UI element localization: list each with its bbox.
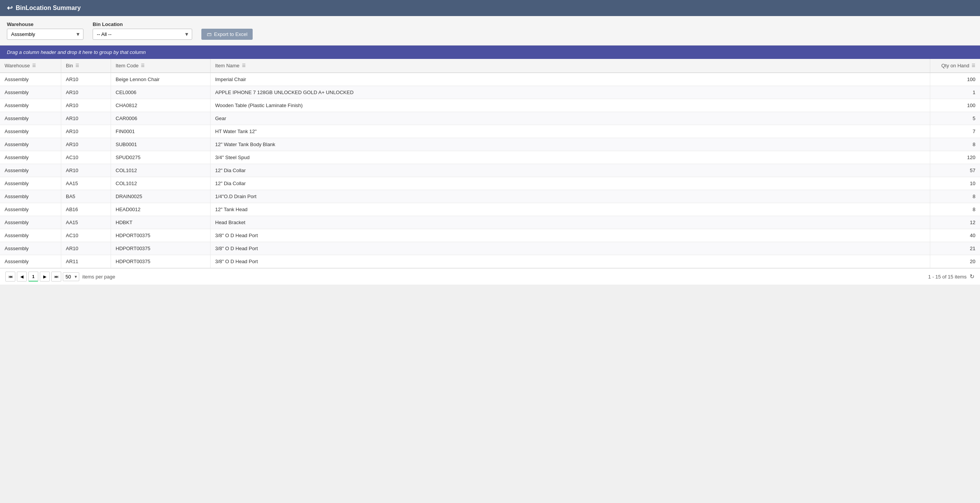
- cell-itemName: 12" Dia Collar: [211, 164, 930, 177]
- cell-bin: AA15: [61, 216, 111, 229]
- table-row: AsssemblyAR10FIN0001HT Water Tank 12"7: [0, 125, 980, 138]
- prev-page-button[interactable]: ◀: [17, 272, 27, 282]
- cell-itemName: 12" Water Tank Body Blank: [211, 138, 930, 151]
- warehouse-label: Warehouse: [7, 21, 83, 27]
- cell-bin: AR10: [61, 99, 111, 112]
- cell-qtyOnHand: 8: [930, 190, 980, 203]
- cell-qtyOnHand: 7: [930, 125, 980, 138]
- grid-header: Warehouse ☰ Bin ☰ Item Code ☰ Item Name …: [0, 59, 980, 73]
- cell-qtyOnHand: 8: [930, 203, 980, 216]
- pagination-right: 1 - 15 of 15 items ↻: [928, 273, 975, 280]
- cell-warehouse: Asssembly: [0, 177, 61, 190]
- cell-qtyOnHand: 10: [930, 177, 980, 190]
- cell-bin: AR10: [61, 125, 111, 138]
- back-icon[interactable]: ↩: [7, 4, 13, 12]
- current-page-button[interactable]: 1: [28, 272, 38, 282]
- cell-warehouse: Asssembly: [0, 86, 61, 99]
- col-header-item-name: Item Name ☰: [211, 59, 930, 72]
- cell-qtyOnHand: 20: [930, 255, 980, 268]
- cell-itemName: 12" Tank Head: [211, 203, 930, 216]
- cell-itemName: 3/4" Steel Spud: [211, 151, 930, 164]
- cell-warehouse: Asssembly: [0, 190, 61, 203]
- export-button-label: Export to Excel: [214, 31, 247, 37]
- table-row: AsssemblyAR10CEL0006APPLE IPHONE 7 128GB…: [0, 86, 980, 99]
- filter-icon-item-code[interactable]: ☰: [141, 63, 145, 68]
- export-to-excel-button[interactable]: 🗃 Export to Excel: [201, 29, 253, 40]
- cell-itemCode: HDBKT: [111, 216, 211, 229]
- table-row: AsssemblyAA15HDBKTHead Bracket12: [0, 216, 980, 229]
- toolbar: Warehouse Asssembly ▼ Bin Location -- Al…: [0, 16, 980, 46]
- cell-warehouse: Asssembly: [0, 242, 61, 255]
- filter-icon-qty-on-hand[interactable]: ☰: [972, 63, 975, 68]
- last-page-button[interactable]: ⏭: [51, 272, 61, 282]
- col-label-qty-on-hand: Qty on Hand: [941, 63, 969, 68]
- cell-bin: AA15: [61, 177, 111, 190]
- bin-location-select-wrapper: -- All -- ▼: [93, 29, 192, 40]
- pagination-left: ⏮ ◀ 1 ▶ ⏭ 50 ▼ items per page: [5, 272, 115, 282]
- cell-warehouse: Asssembly: [0, 73, 61, 86]
- cell-warehouse: Asssembly: [0, 229, 61, 242]
- grid-container: Drag a column header and drop it here to…: [0, 46, 980, 268]
- cell-bin: AR10: [61, 86, 111, 99]
- cell-warehouse: Asssembly: [0, 138, 61, 151]
- cell-bin: AC10: [61, 229, 111, 242]
- col-header-item-code: Item Code ☰: [111, 59, 211, 72]
- table-row: AsssemblyAR10COL101212" Dia Collar57: [0, 164, 980, 177]
- cell-qtyOnHand: 5: [930, 112, 980, 125]
- cell-itemCode: HDPORT00375: [111, 242, 211, 255]
- bin-location-select[interactable]: -- All --: [93, 29, 192, 40]
- cell-warehouse: Asssembly: [0, 125, 61, 138]
- cell-qtyOnHand: 57: [930, 164, 980, 177]
- title-bar: ↩ BinLocation Summary: [0, 0, 980, 16]
- table-row: AsssemblyAB16HEAD001212" Tank Head8: [0, 203, 980, 216]
- export-icon: 🗃: [207, 31, 212, 37]
- page-title: BinLocation Summary: [16, 5, 81, 11]
- cell-itemName: 12" Dia Collar: [211, 177, 930, 190]
- cell-warehouse: Asssembly: [0, 164, 61, 177]
- col-header-warehouse: Warehouse ☰: [0, 59, 61, 72]
- warehouse-select-wrapper: Asssembly ▼: [7, 29, 83, 40]
- cell-bin: AB16: [61, 203, 111, 216]
- cell-warehouse: Asssembly: [0, 216, 61, 229]
- table-row: AsssemblyAR10HDPORT003753/8" O D Head Po…: [0, 242, 980, 255]
- table-row: AsssemblyAR10Beige Lennon ChairImperial …: [0, 73, 980, 86]
- cell-bin: AR10: [61, 73, 111, 86]
- pagination-bar: ⏮ ◀ 1 ▶ ⏭ 50 ▼ items per page 1 - 15 of …: [0, 268, 980, 285]
- cell-itemName: APPLE IPHONE 7 128GB UNLOCKED GOLD A+ UN…: [211, 86, 930, 99]
- col-header-bin: Bin ☰: [61, 59, 111, 72]
- cell-itemName: Gear: [211, 112, 930, 125]
- cell-bin: AR10: [61, 138, 111, 151]
- first-page-button[interactable]: ⏮: [5, 272, 15, 282]
- cell-itemCode: CHA0812: [111, 99, 211, 112]
- items-per-page-label: items per page: [82, 274, 115, 280]
- cell-bin: AR11: [61, 255, 111, 268]
- warehouse-select[interactable]: Asssembly: [7, 29, 83, 40]
- cell-itemName: 3/8" O D Head Port: [211, 255, 930, 268]
- cell-bin: AR10: [61, 164, 111, 177]
- col-label-item-code: Item Code: [116, 63, 139, 68]
- pagination-summary: 1 - 15 of 15 items: [928, 274, 967, 280]
- cell-itemCode: HDPORT00375: [111, 229, 211, 242]
- cell-itemName: 3/8" O D Head Port: [211, 242, 930, 255]
- cell-qtyOnHand: 100: [930, 99, 980, 112]
- cell-itemCode: CAR0006: [111, 112, 211, 125]
- table-row: AsssemblyAR10CAR0006Gear5: [0, 112, 980, 125]
- cell-itemCode: SUB0001: [111, 138, 211, 151]
- cell-qtyOnHand: 12: [930, 216, 980, 229]
- col-label-item-name: Item Name: [215, 63, 240, 68]
- refresh-icon[interactable]: ↻: [970, 273, 975, 280]
- col-header-qty-on-hand: Qty on Hand ☰: [930, 59, 980, 72]
- bin-location-label: Bin Location: [93, 21, 192, 27]
- per-page-select[interactable]: 50: [63, 272, 79, 281]
- cell-itemCode: HEAD0012: [111, 203, 211, 216]
- filter-icon-bin[interactable]: ☰: [75, 63, 79, 68]
- cell-itemName: 1/4"O.D Drain Port: [211, 190, 930, 203]
- warehouse-field-group: Warehouse Asssembly ▼: [7, 21, 83, 40]
- filter-icon-item-name[interactable]: ☰: [242, 63, 246, 68]
- filter-icon-warehouse[interactable]: ☰: [32, 63, 36, 68]
- cell-qtyOnHand: 21: [930, 242, 980, 255]
- cell-bin: AR10: [61, 242, 111, 255]
- next-page-button[interactable]: ▶: [40, 272, 50, 282]
- cell-itemName: Imperial Chair: [211, 73, 930, 86]
- cell-warehouse: Asssembly: [0, 99, 61, 112]
